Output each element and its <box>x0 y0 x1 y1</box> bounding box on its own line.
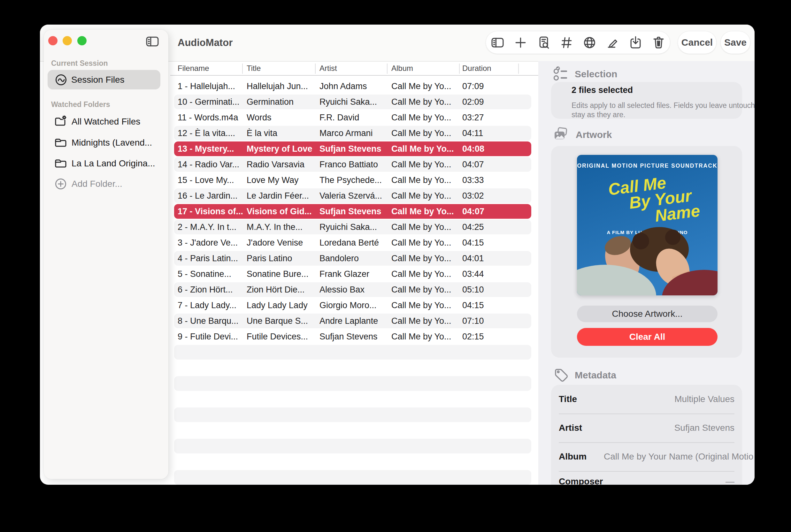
filename-cell: 8 - Une Barqu... <box>177 316 243 326</box>
sidebar-item-label: Add Folder... <box>72 179 123 189</box>
filename-cell: 2 - M.A.Y. In t... <box>177 222 243 232</box>
empty-row <box>174 345 531 360</box>
artist-cell: Valeria Szervá... <box>319 191 388 201</box>
table-row[interactable]: 5 - Sonatine... Sonatine Bure... Frank G… <box>174 267 531 281</box>
column-divider <box>242 63 243 74</box>
sidebar-trailing-icon[interactable] <box>488 33 507 52</box>
minimize-button[interactable] <box>63 36 72 45</box>
sidebar-item-la-la-land[interactable]: La La Land Origina... <box>44 156 168 171</box>
zoom-button[interactable] <box>77 36 87 45</box>
sidebar-item-all-watched-files[interactable]: All Watched Files <box>44 114 168 129</box>
cancel-button[interactable]: Cancel <box>678 31 716 54</box>
title-cell: Le Jardin Féer... <box>247 191 316 201</box>
artist-cell: Franco Battiato <box>319 160 388 170</box>
filename-cell: 4 - Paris Latin... <box>177 253 243 263</box>
sidebar-item-session-files[interactable]: Session Files <box>48 70 161 90</box>
table-row[interactable]: 14 - Radio Var... Radio Varsavia Franco … <box>174 157 531 172</box>
close-button[interactable] <box>48 36 57 45</box>
title-cell: Visions of Gid... <box>247 207 316 216</box>
filename-cell: 13 - Mystery... <box>177 144 243 154</box>
sidebar-item-label: Midnights (Lavend... <box>72 138 152 148</box>
duration-cell: 04:11 <box>462 128 526 138</box>
plus-icon[interactable] <box>511 33 530 52</box>
table-row[interactable]: 1 - Hallelujah... Hallelujah Jun... John… <box>174 79 531 94</box>
album-cell: Call Me by Yo... <box>391 113 458 122</box>
sidebar-toggle-icon[interactable] <box>143 33 162 50</box>
section-label-watched-folders: Watched Folders <box>51 100 110 109</box>
artist-cell: F.R. David <box>319 113 388 122</box>
table-row[interactable]: 13 - Mystery... Mystery of Love Sufjan S… <box>174 141 531 156</box>
album-cell: Call Me by Yo... <box>391 160 458 170</box>
filename-cell: 9 - Futile Devi... <box>177 332 243 342</box>
album-cell: Call Me by Yo... <box>391 191 458 201</box>
table-row[interactable]: 15 - Love My... Love My Way The Psychede… <box>174 173 531 187</box>
column-header-title[interactable]: Title <box>247 62 261 75</box>
sidebar-item-label: All Watched Files <box>72 117 140 127</box>
trash-icon[interactable] <box>649 33 668 52</box>
filename-cell: 15 - Love My... <box>177 175 243 185</box>
table-row[interactable]: 8 - Une Barqu... Une Barque S... Andre L… <box>174 314 531 328</box>
table-row[interactable]: 3 - J'adore Ve... J'adore Venise Loredan… <box>174 235 531 250</box>
document-search-icon[interactable] <box>534 33 553 52</box>
artist-cell: Bandolero <box>319 253 388 263</box>
title-cell: J'adore Venise <box>247 238 316 248</box>
table-row[interactable]: 4 - Paris Latin... Paris Latino Bandoler… <box>174 251 531 266</box>
field-label: Album <box>559 452 586 462</box>
table-row[interactable]: 2 - M.A.Y. In t... M.A.Y. In the... Ryui… <box>174 220 531 234</box>
field-value[interactable]: Sufjan Stevens <box>674 423 734 433</box>
pencil-line-icon[interactable] <box>603 33 622 52</box>
box-arrow-down-icon[interactable] <box>626 33 645 52</box>
column-header-album[interactable]: Album <box>391 62 413 75</box>
filename-cell: 12 - È la vita.... <box>177 128 243 138</box>
number-sign-icon[interactable] <box>557 33 576 52</box>
artist-cell: Alessio Bax <box>319 285 388 295</box>
filename-cell: 3 - J'adore Ve... <box>177 238 243 248</box>
inspector-panel: Selection 2 files selected Edits apply t… <box>538 61 755 485</box>
table-row[interactable]: 7 - Lady Lady... Lady Lady Lady Giorgio … <box>174 298 531 312</box>
title-cell: Mystery of Love <box>247 144 316 154</box>
save-button[interactable]: Save <box>721 31 750 54</box>
table-row[interactable]: 17 - Visions of... Visions of Gid... Suf… <box>174 204 531 219</box>
artist-cell: Sufjan Stevens <box>319 332 388 342</box>
choose-artwork-button[interactable]: Choose Artwork... <box>577 306 717 322</box>
screen: AudioMator <box>0 0 791 532</box>
artist-cell: Frank Glazer <box>319 269 388 279</box>
add-folder-button[interactable]: Add Folder... <box>44 176 168 191</box>
table-row[interactable]: 11 - Words.m4a Words F.R. David Call Me … <box>174 110 531 125</box>
column-header-artist[interactable]: Artist <box>319 62 337 75</box>
field-value[interactable]: — <box>726 476 734 485</box>
field-label: Title <box>559 394 577 404</box>
folder-icon <box>54 156 68 171</box>
column-header-duration[interactable]: Duration <box>462 62 491 75</box>
title-cell: Germination <box>247 97 316 107</box>
column-divider <box>387 63 388 74</box>
table-row[interactable]: 16 - Le Jardin... Le Jardin Féer... Vale… <box>174 188 531 203</box>
title-cell: Sonatine Bure... <box>247 269 316 279</box>
empty-row <box>174 439 531 453</box>
artist-cell: Ryuichi Saka... <box>319 222 388 232</box>
table-row[interactable]: 10 - Germinati... Germination Ryuichi Sa… <box>174 95 531 109</box>
album-cell: Call Me by Yo... <box>391 222 458 232</box>
tag-icon <box>553 367 570 385</box>
album-cell: Call Me by Yo... <box>391 128 458 138</box>
table-header-border <box>170 75 539 76</box>
field-label: Artist <box>559 423 582 433</box>
column-divider <box>315 63 316 74</box>
filename-cell: 17 - Visions of... <box>177 207 243 216</box>
album-cell: Call Me by Yo... <box>391 316 458 326</box>
folder-gear-icon <box>54 115 68 129</box>
field-value[interactable]: Multiple Values <box>674 394 734 404</box>
table-row[interactable]: 6 - Zion Hört... Zion Hört Die... Alessi… <box>174 282 531 297</box>
divider <box>559 471 734 472</box>
title-cell: Futile Devices... <box>247 332 316 342</box>
filename-cell: 7 - Lady Lady... <box>177 301 243 310</box>
clear-all-button[interactable]: Clear All <box>577 328 717 346</box>
table-row[interactable]: 12 - È la vita.... È la vita Marco Arman… <box>174 126 531 140</box>
field-value[interactable]: Call Me by Your Name (Original Motion Pi… <box>604 452 754 462</box>
globe-icon[interactable] <box>580 33 599 52</box>
artist-cell: Ryuichi Saka... <box>319 97 388 107</box>
sidebar-item-midnights[interactable]: Midnights (Lavend... <box>44 135 168 150</box>
column-header-filename[interactable]: Filename <box>177 62 209 75</box>
table-row[interactable]: 9 - Futile Devi... Futile Devices... Suf… <box>174 329 531 344</box>
album-cell: Call Me by Yo... <box>391 269 458 279</box>
